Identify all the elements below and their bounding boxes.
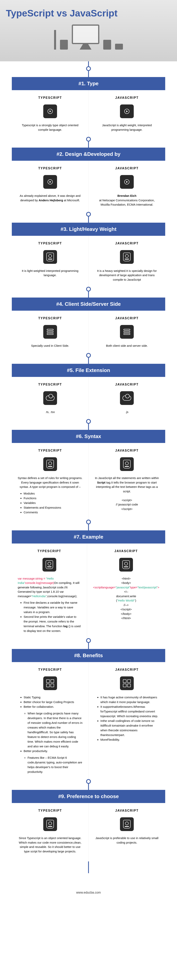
- section-5: #5. File Extension TYPESCRIPT .ts, .tsx …: [12, 364, 165, 422]
- js-description: Both client side and server side.: [95, 344, 159, 348]
- js-icon: [95, 325, 159, 339]
- js-icon: [95, 250, 159, 264]
- js-description: .js: [95, 410, 159, 414]
- typescript-column: TYPESCRIPT Static TypingBetter choice fo…: [12, 662, 88, 782]
- ts-icon: [18, 817, 83, 831]
- typescript-column: TYPESCRIPT .ts, .tsx: [12, 377, 88, 422]
- js-description: JavaScript is alight weight, interpreted…: [95, 123, 159, 132]
- javascript-column: JAVASCRIPT <html><body><scriptlanguage="…: [87, 544, 165, 641]
- section-7: #7. Example TYPESCRIPT var message:strin…: [12, 530, 165, 641]
- typescript-column: TYPESCRIPT Specially used in Client Side…: [12, 311, 88, 356]
- ts-description: Typescript is a strongly type object ori…: [18, 123, 83, 132]
- ts-description: Static TypingBetter choice for large Cod…: [18, 695, 83, 774]
- column-title-js: JAVASCRIPT: [95, 668, 159, 671]
- javascript-column: JAVASCRIPT JavaScript is preferable to u…: [88, 803, 166, 861]
- typescript-column: TYPESCRIPT As already explained above, I…: [12, 161, 88, 215]
- section-2: #2. Design &Developed by TYPESCRIPT As a…: [12, 148, 165, 215]
- column-title-ts: TYPESCRIPT: [18, 809, 83, 813]
- ts-description: Specially used in Client Side.: [18, 344, 83, 348]
- js-icon: [95, 817, 159, 831]
- ts-icon: [18, 558, 81, 571]
- timeline-node-icon: [86, 212, 91, 216]
- section-header: #9. Preference to choose: [12, 790, 165, 803]
- timeline-node-icon: [86, 520, 91, 524]
- column-title-ts: TYPESCRIPT: [18, 449, 83, 452]
- section-1: #1. Type TYPESCRIPT Typescript is a stro…: [12, 77, 165, 140]
- typescript-column: TYPESCRIPT var message:string = "Hello I…: [12, 544, 87, 641]
- javascript-column: JAVASCRIPT .js: [88, 377, 166, 422]
- section-header: #6. Syntax: [12, 430, 165, 443]
- column-title-js: JAVASCRIPT: [95, 96, 159, 100]
- ts-icon: [18, 676, 83, 690]
- ts-description: var message:string = "Hello India"consol…: [18, 576, 81, 633]
- js-icon: [93, 558, 159, 571]
- ts-icon: [18, 325, 83, 339]
- footer-url: www.educba.com: [0, 885, 177, 900]
- js-description: JavaScript is preferable to use in relat…: [95, 836, 159, 845]
- column-title-ts: TYPESCRIPT: [18, 668, 83, 671]
- column-title-js: JAVASCRIPT: [95, 449, 159, 452]
- column-title-js: JAVASCRIPT: [95, 809, 159, 813]
- section-6: #6. Syntax TYPESCRIPT Syntax defines a s…: [12, 430, 165, 523]
- section-4: #4. Client Side/Server Side TYPESCRIPT S…: [12, 298, 165, 356]
- timeline-node-icon: [86, 638, 91, 643]
- section-header: #8. Benefits: [12, 649, 165, 662]
- ts-icon: [18, 175, 83, 189]
- column-title-ts: TYPESCRIPT: [18, 383, 83, 386]
- column-title-ts: TYPESCRIPT: [18, 549, 81, 553]
- section-3: #3. Light/Heavy Weight TYPESCRIPT It is …: [12, 223, 165, 290]
- hero-banner: TypeScript vs JavaScript: [0, 0, 177, 61]
- column-title-js: JAVASCRIPT: [95, 167, 159, 170]
- ts-description: Syntax defines a set of rules for writin…: [18, 476, 83, 515]
- ts-description: As already explained above, It was desig…: [18, 194, 83, 202]
- js-icon: [95, 175, 159, 189]
- timeline-node-icon: [86, 419, 91, 424]
- ts-description: .ts, .tsx: [18, 410, 83, 414]
- ts-description: It is light weighted interpreted program…: [18, 269, 83, 278]
- column-title-js: JAVASCRIPT: [95, 242, 159, 245]
- javascript-column: JAVASCRIPT JavaScript is alight weight, …: [88, 90, 166, 140]
- typescript-column: TYPESCRIPT Typescript is a strongly type…: [12, 90, 88, 140]
- js-icon: [95, 676, 159, 690]
- timeline-node-icon: [86, 353, 91, 358]
- column-title-ts: TYPESCRIPT: [18, 96, 83, 100]
- section-header: #3. Light/Heavy Weight: [12, 223, 165, 236]
- comparison-timeline: #1. Type TYPESCRIPT Typescript is a stro…: [0, 61, 177, 885]
- ts-icon: [18, 457, 83, 471]
- section-header: #2. Design &Developed by: [12, 148, 165, 161]
- column-title-js: JAVASCRIPT: [95, 383, 159, 386]
- section-header: #1. Type: [12, 77, 165, 90]
- column-title-ts: TYPESCRIPT: [18, 167, 83, 170]
- ts-icon: [18, 391, 83, 405]
- js-icon: [95, 105, 159, 118]
- column-title-js: JAVASCRIPT: [95, 317, 159, 320]
- ts-icon: [18, 250, 83, 264]
- javascript-column: JAVASCRIPT It is a heavy weighted.It is …: [88, 236, 166, 290]
- timeline-node-icon: [86, 137, 91, 142]
- section-header: #4. Client Side/Server Side: [12, 298, 165, 311]
- timeline-node-icon: [86, 287, 91, 291]
- js-description: It is a heavy weighted.It is specially d…: [95, 269, 159, 282]
- section-9: #9. Preference to choose TYPESCRIPT Sinc…: [12, 790, 165, 861]
- section-8: #8. Benefits TYPESCRIPT Static TypingBet…: [12, 649, 165, 782]
- typescript-column: TYPESCRIPT Syntax defines a set of rules…: [12, 443, 88, 523]
- js-description: <html><body><scriptlanguage="javascript"…: [93, 576, 159, 620]
- column-title-js: JAVASCRIPT: [93, 549, 159, 553]
- js-icon: [95, 457, 159, 471]
- js-description: In JavaScript all the statements are wri…: [95, 476, 159, 511]
- typescript-column: TYPESCRIPT Since Typescript is an object…: [12, 803, 88, 861]
- page-title: TypeScript vs JavaScript: [6, 8, 171, 19]
- javascript-column: JAVASCRIPT In JavaScript all the stateme…: [88, 443, 166, 523]
- javascript-column: JAVASCRIPT It has huge active community …: [88, 662, 166, 782]
- js-icon: [95, 391, 159, 405]
- javascript-column: JAVASCRIPT Brendan Eichat Netscape Commu…: [88, 161, 166, 215]
- hero-illustration: [6, 24, 171, 49]
- column-title-ts: TYPESCRIPT: [18, 317, 83, 320]
- js-description: It has huge active community of develope…: [95, 695, 159, 742]
- section-header: #7. Example: [12, 530, 165, 544]
- column-title-ts: TYPESCRIPT: [18, 242, 83, 245]
- timeline-node-icon: [86, 779, 91, 784]
- section-header: #5. File Extension: [12, 364, 165, 377]
- ts-description: Since Typescript is an object oriented l…: [18, 836, 83, 854]
- javascript-column: JAVASCRIPT Both client side and server s…: [88, 311, 166, 356]
